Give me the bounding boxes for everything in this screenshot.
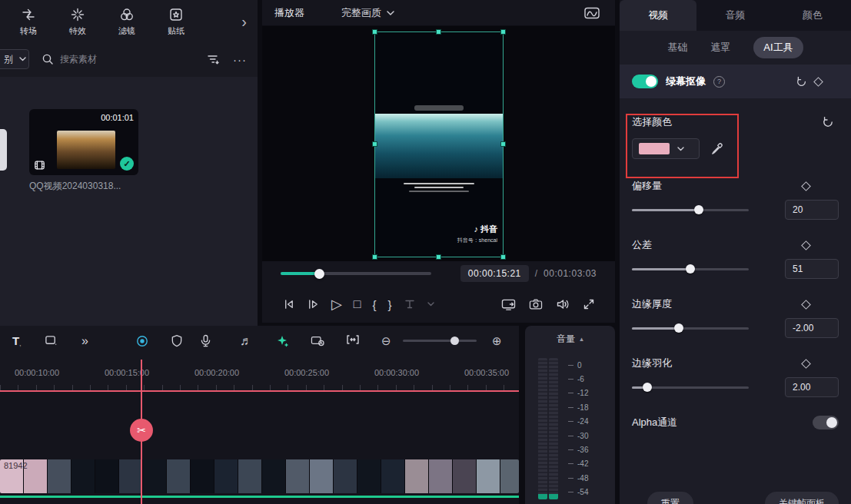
help-icon[interactable]: ? [713,76,725,88]
split-scissors-button[interactable]: ✂ [130,419,153,442]
fit-timeline-icon[interactable] [346,334,360,345]
resize-handle[interactable] [372,141,377,147]
subtab-mask[interactable]: 遮罩 [710,41,730,55]
eyedropper-icon[interactable] [710,142,723,155]
resize-handle[interactable] [500,254,506,260]
chevron-down-icon[interactable] [427,302,434,307]
color-swatch [639,143,670,154]
zoom-in-icon[interactable]: ⊕ [492,334,502,348]
color-reset-icon[interactable] [822,116,834,128]
param-value-input[interactable] [785,318,839,338]
keyframe-diamond-icon[interactable] [801,181,811,191]
param-offset: 偏移量 [620,179,851,220]
partial-media-item[interactable] [0,129,7,171]
tab-audio[interactable]: 音频 [696,0,773,31]
tool-effects[interactable]: 特效 [57,7,98,37]
media-item-name[interactable]: QQ视频2024030318... [29,180,152,193]
collapse-arrow-icon[interactable]: ▴ [580,335,583,343]
more-icon[interactable]: ··· [233,53,247,66]
speaker-icon[interactable] [556,298,570,310]
media-item-thumbnail[interactable]: 00:01:01 ✓ [29,109,138,175]
tab-color[interactable]: 颜色 [774,0,851,31]
keyframe-diamond-icon[interactable] [801,359,811,369]
param-label: 边缘羽化 [632,356,672,370]
slider-handle[interactable] [643,383,652,392]
reset-icon[interactable] [796,76,807,88]
music-note-icon: ♪ [474,224,478,234]
tool-transitions[interactable]: 转场 [8,7,49,37]
preview-video[interactable]: ♪ 抖音 抖音号：shencai [375,32,503,257]
chroma-key-toggle[interactable] [632,75,658,88]
resize-handle[interactable] [436,29,441,35]
audio-track-line[interactable] [0,496,519,498]
category-dropdown[interactable]: 别 [0,49,29,69]
stop-icon[interactable]: □ [354,297,361,311]
tool-filters[interactable]: 滤镜 [106,7,148,37]
mark-out-icon[interactable]: } [388,298,392,311]
music-tool-icon[interactable]: ♬ [240,334,252,348]
slider-handle[interactable] [674,323,683,333]
mark-in-icon[interactable]: { [373,298,377,311]
timed-snapshot-icon[interactable] [311,334,324,346]
filter-sort-icon[interactable] [206,53,219,65]
slider-handle[interactable] [694,205,703,214]
resize-handle[interactable] [500,29,506,35]
meter-tick: -24 [577,417,588,426]
text-tool-icon[interactable]: T, [12,334,21,347]
pointer-tool-icon[interactable] [135,334,149,348]
resize-handle[interactable] [436,254,441,260]
param-value-input[interactable] [785,200,839,220]
seek-bar[interactable] [281,272,431,275]
microphone-icon[interactable] [200,334,211,347]
edge-thickness-slider[interactable] [632,323,749,333]
keyframe-diamond-icon[interactable] [801,240,811,250]
timeline-ruler[interactable]: 00:00:10:00 00:00:15:00 00:00:20:00 00:0… [0,360,519,390]
keyframe-panel-button[interactable]: 关键帧面板 [765,492,839,504]
keyframe-diamond-icon[interactable] [801,300,811,310]
edge-feather-slider[interactable] [632,382,749,393]
tolerance-slider[interactable] [632,264,749,274]
param-value-input[interactable] [785,259,839,279]
more-tools-icon[interactable]: » [81,334,89,348]
seek-handle[interactable] [314,269,324,279]
chevron-right-icon[interactable]: › [241,13,250,31]
subtab-ai-tools[interactable]: AI工具 [753,37,803,58]
mirror-display-icon[interactable] [501,298,516,311]
subtab-basic[interactable]: 基础 [667,41,687,55]
search-box[interactable] [42,53,206,65]
media-library: 00:01:01 ✓ QQ视频2024030318... [0,77,258,326]
alpha-channel-toggle[interactable] [813,416,839,429]
video-clip[interactable] [0,459,519,493]
quality-dropdown[interactable]: 完整画质 [341,6,394,20]
tool-stickers[interactable]: 贴纸 [155,7,197,37]
offset-slider[interactable] [632,204,749,215]
clip-tag: 81942 [4,461,28,470]
mark-clip-icon[interactable] [404,298,416,310]
shield-icon[interactable] [171,334,183,347]
scopes-icon[interactable] [581,5,603,22]
slider-handle[interactable] [686,264,695,274]
next-frame-icon[interactable] [307,298,320,310]
play-icon[interactable]: ▷ [331,296,342,313]
properties-tabs: 视频 音频 颜色 [620,0,851,31]
timecode-display: 00:00:15:21 / 00:01:03:03 [460,265,597,282]
preview-canvas[interactable]: ♪ 抖音 抖音号：shencai [262,26,615,261]
color-dropdown[interactable] [632,138,700,159]
resize-handle[interactable] [372,29,377,35]
resize-handle[interactable] [500,141,506,147]
param-value-input[interactable] [785,377,839,397]
resize-handle[interactable] [372,254,377,260]
zoom-out-icon[interactable]: ⊖ [381,334,391,348]
snapshot-icon[interactable] [529,298,543,310]
chroma-key-tool-icon[interactable] [275,334,289,348]
fullscreen-icon[interactable] [583,298,595,310]
current-timecode[interactable]: 00:00:15:21 [460,265,529,282]
keyframe-diamond-icon[interactable] [813,77,823,87]
previous-frame-icon[interactable] [282,298,295,310]
search-input[interactable] [60,54,152,65]
tab-video[interactable]: 视频 [620,0,696,31]
reset-button[interactable]: 重置 [647,492,693,504]
zoom-slider-handle[interactable] [450,337,459,345]
element-tool-icon[interactable] [45,334,58,346]
timeline-zoom-slider[interactable] [403,340,477,342]
